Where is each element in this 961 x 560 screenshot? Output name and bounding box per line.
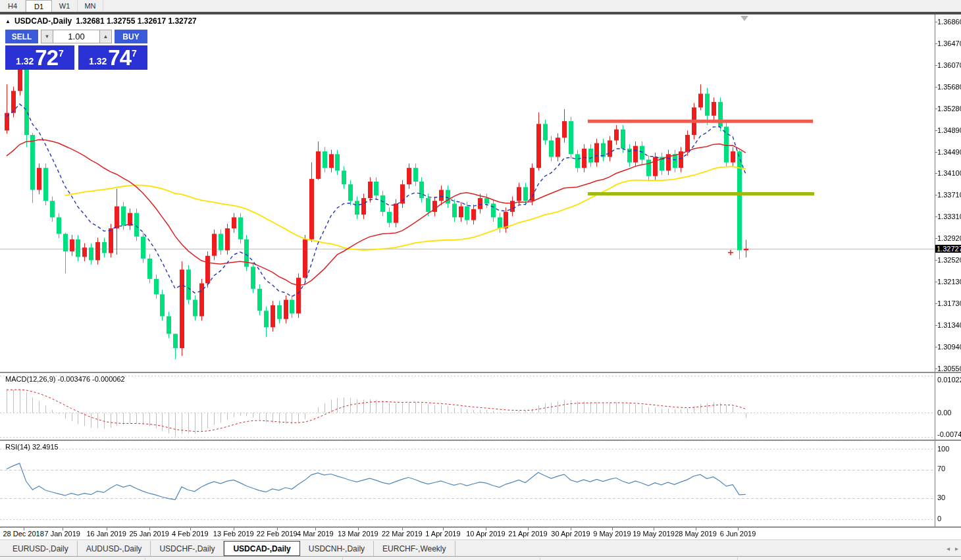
panel-separator [0, 540, 961, 540]
tab-eurchf-weekly[interactable]: EURCHF-,Weekly [374, 541, 455, 556]
timeframe-button-mn[interactable]: MN [78, 0, 103, 12]
axis-tick [935, 347, 937, 347]
date-axis-label: 9 May 2019 [593, 530, 631, 538]
macd-label: MACD(12,26,9) -0.003476 -0.000062 [5, 375, 125, 383]
date-axis-tick [402, 528, 403, 530]
axis-tick [935, 369, 937, 369]
price-axis-label: 1.30550 [937, 365, 961, 372]
axis-tick [935, 173, 937, 174]
tab-scroll-right-icon[interactable]: ▸ [955, 545, 958, 552]
indicator-axis-label: 70 [937, 465, 961, 472]
timeframe-button-h4[interactable]: H4 [0, 0, 26, 12]
date-axis-tick [234, 528, 234, 530]
axis-tick [935, 65, 937, 66]
date-axis-label: 4 Mar 2019 [297, 530, 334, 538]
indicator-axis-label: -0.00747 [937, 430, 961, 438]
buy-price-panel[interactable]: 1.32 74 7 [78, 45, 147, 70]
date-axis-label: 1 Apr 2019 [425, 530, 460, 538]
date-axis-label: 28 Dec 2018 [3, 530, 43, 538]
date-axis-tick [612, 528, 613, 530]
date-axis-tick [277, 528, 278, 530]
date-axis-label: 30 Apr 2019 [551, 530, 590, 538]
volume-increase-icon[interactable]: ▲ [99, 30, 112, 43]
date-axis-tick [443, 528, 444, 530]
date-axis-label: 13 Feb 2019 [213, 530, 254, 538]
date-axis-label: 16 Jan 2019 [86, 530, 126, 538]
price-axis-label: 1.32130 [937, 278, 961, 286]
timeframe-button-w1[interactable]: W1 [52, 0, 78, 12]
date-axis-label: 19 May 2019 [633, 530, 675, 538]
indicator-axis-label: 100 [937, 445, 961, 453]
price-axis-label: 1.31730 [937, 299, 961, 307]
buy-price-big: 74 [108, 47, 131, 68]
collapse-arrow-icon[interactable]: ▲ [5, 18, 11, 24]
current-price-badge: 1.32727 [935, 245, 961, 253]
price-axis-label: 1.30940 [937, 343, 961, 351]
chart-tab-bar: EURUSD-,Daily AUDUSD-,Daily USDCHF-,Dail… [0, 541, 961, 556]
axis-tick [935, 195, 937, 195]
sell-price-big: 72 [35, 47, 58, 68]
indicator-axis-label: 30 [937, 494, 961, 501]
axis-tick [935, 130, 937, 131]
rsi-indicator-canvas[interactable] [0, 441, 935, 526]
buy-button[interactable]: BUY [115, 30, 147, 43]
buy-price-sup: 7 [132, 48, 137, 59]
date-axis-label: 6 Jun 2019 [720, 530, 756, 538]
date-axis-label: 25 Jan 2019 [129, 530, 169, 538]
indicator-axis-label: 0.010229 [937, 376, 961, 384]
timeframe-button-d1[interactable]: D1 [26, 0, 52, 12]
date-axis-tick [149, 528, 150, 530]
price-axis-label: 1.36070 [937, 61, 961, 69]
volume-decrease-icon[interactable]: ▼ [41, 30, 53, 43]
tab-scroll-left-icon[interactable]: ◂ [947, 545, 950, 552]
tab-scroll-arrows: ◂ ▸ [947, 541, 958, 556]
macd-indicator-canvas[interactable] [0, 373, 935, 440]
price-axis-border [935, 14, 935, 526]
tab-usdchf-daily[interactable]: USDCHF-,Daily [151, 541, 224, 556]
symbol-period-label: USDCAD-,Daily [14, 16, 72, 26]
indicator-axis-label: 0.00 [937, 409, 961, 417]
rsi-label: RSI(14) 32.4915 [5, 443, 59, 451]
sell-button[interactable]: SELL [5, 30, 38, 43]
price-axis-label: 1.31340 [937, 321, 961, 329]
date-axis-label: 21 Apr 2019 [508, 530, 547, 538]
price-axis-label: 1.35680 [937, 83, 961, 91]
chart-title: ▲ USDCAD-,Daily 1.32681 1.32755 1.32617 … [5, 16, 197, 26]
one-click-trading-widget: SELL ▼ 1.00 ▲ BUY 1.32 72 7 1.32 74 7 [5, 30, 147, 70]
date-axis-label: 13 Mar 2019 [338, 530, 378, 538]
price-axis-label: 1.36470 [937, 39, 961, 47]
panel-separator[interactable] [0, 440, 961, 441]
volume-stepper: ▼ 1.00 ▲ [41, 30, 112, 43]
axis-tick [935, 22, 937, 22]
axis-tick [935, 152, 937, 153]
date-axis-label: 28 May 2019 [675, 530, 717, 538]
panel-separator[interactable] [0, 372, 961, 373]
price-axis-label: 1.32920 [937, 234, 961, 242]
mt4-terminal: H4 D1 W1 MN ▲ USDCAD-,Daily 1.32681 1.32… [0, 0, 961, 560]
price-axis-label: 1.33710 [937, 191, 961, 199]
tab-eurusd-daily[interactable]: EURUSD-,Daily [4, 541, 78, 556]
date-axis-tick [63, 528, 63, 530]
tab-audusd-daily[interactable]: AUDUSD-,Daily [78, 541, 151, 556]
price-axis-label: 1.34490 [937, 148, 961, 156]
price-axis-label: 1.32520 [937, 256, 961, 264]
date-axis-tick [486, 528, 486, 530]
volume-input[interactable]: 1.00 [53, 30, 99, 43]
sell-price-sup: 7 [59, 48, 64, 59]
next-window-edge [0, 556, 961, 560]
axis-tick [935, 43, 937, 44]
sell-price-panel[interactable]: 1.32 72 7 [5, 45, 74, 70]
axis-tick [935, 216, 937, 217]
auto-scroll-marker-icon[interactable] [740, 16, 748, 21]
sell-price-small: 1.32 [16, 56, 34, 66]
tab-usdcnh-daily[interactable]: USDCNH-,Daily [300, 541, 374, 556]
date-axis-tick [738, 528, 739, 530]
axis-tick [935, 109, 937, 109]
date-axis-tick [315, 528, 316, 530]
price-axis-label: 1.34890 [937, 126, 961, 134]
indicator-axis-label: 0 [937, 515, 961, 522]
axis-tick [935, 238, 937, 239]
tab-usdcad-daily[interactable]: USDCAD-,Daily [224, 541, 299, 556]
axis-tick [935, 303, 937, 304]
date-axis-label: 4 Feb 2019 [172, 530, 209, 538]
